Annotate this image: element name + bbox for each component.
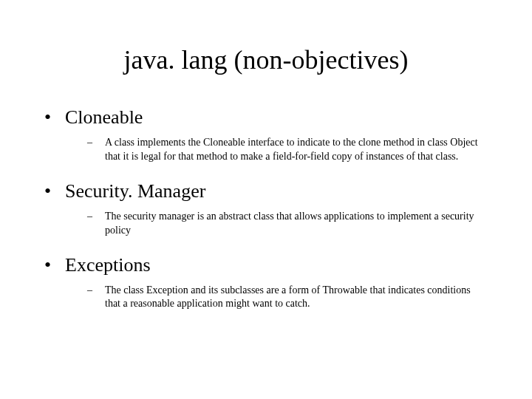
list-item: • Cloneable – A class implements the Clo… [44,106,488,164]
sub-list: – The class Exception and its subclasses… [44,284,488,312]
sub-text: The security manager is an abstract clas… [105,210,488,238]
bullet-row: • Exceptions [44,254,488,276]
slide: java. lang (non-objectives) • Cloneable … [0,0,532,399]
bullet-row: • Cloneable [44,106,488,129]
bullet-row: • Security. Manager [44,180,488,202]
item-label: Security. Manager [65,180,205,202]
item-label: Cloneable [65,106,143,129]
dash-icon: – [87,210,105,224]
dash-icon: – [87,136,105,150]
sub-item: – The class Exception and its subclasses… [87,284,488,312]
bullet-icon: • [44,182,65,201]
bullet-list: • Cloneable – A class implements the Clo… [44,106,488,311]
dash-icon: – [87,284,105,298]
sub-item: – A class implements the Cloneable inter… [87,136,488,164]
bullet-icon: • [44,108,65,127]
sub-list: – The security manager is an abstract cl… [44,210,488,238]
sub-text: A class implements the Cloneable interfa… [105,136,488,164]
list-item: • Exceptions – The class Exception and i… [44,254,488,312]
slide-title: java. lang (non-objectives) [44,44,488,75]
sub-list: – A class implements the Cloneable inter… [44,136,488,164]
sub-text: The class Exception and its subclasses a… [105,284,488,312]
sub-item: – The security manager is an abstract cl… [87,210,488,238]
item-label: Exceptions [65,254,151,276]
list-item: • Security. Manager – The security manag… [44,180,488,238]
bullet-icon: • [44,256,65,275]
